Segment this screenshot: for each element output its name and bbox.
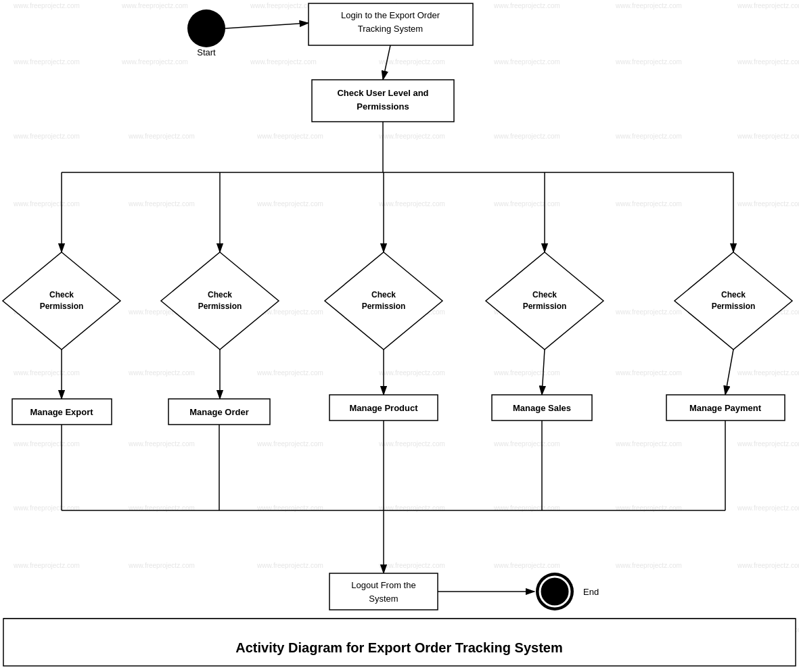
- diamond5: [675, 252, 792, 350]
- svg-text:www.freeprojectz.com: www.freeprojectz.com: [493, 133, 560, 140]
- svg-text:www.freeprojectz.com: www.freeprojectz.com: [256, 369, 323, 377]
- diagram-title: Activity Diagram for Export Order Tracki…: [235, 640, 563, 655]
- svg-text:www.freeprojectz.com: www.freeprojectz.com: [737, 2, 799, 9]
- diagram-container: www.freeprojectz.com www.freeprojectz.co…: [0, 0, 799, 672]
- svg-text:www.freeprojectz.com: www.freeprojectz.com: [13, 2, 80, 9]
- svg-text:www.freeprojectz.com: www.freeprojectz.com: [250, 2, 317, 9]
- diamond4-text2: Permission: [523, 302, 567, 311]
- svg-text:www.freeprojectz.com: www.freeprojectz.com: [121, 58, 188, 66]
- svg-text:www.freeprojectz.com: www.freeprojectz.com: [128, 200, 195, 208]
- svg-text:www.freeprojectz.com: www.freeprojectz.com: [737, 562, 799, 569]
- check-level-text1: Check User Level and: [337, 88, 428, 98]
- login-text-line2: Tracking System: [358, 24, 423, 34]
- svg-text:www.freeprojectz.com: www.freeprojectz.com: [737, 369, 799, 377]
- manage-sales-text: Manage Sales: [513, 403, 571, 413]
- check-level-text2: Permissions: [357, 101, 409, 112]
- logout-text1: Logout From the: [351, 580, 415, 590]
- svg-text:www.freeprojectz.com: www.freeprojectz.com: [615, 200, 682, 208]
- svg-text:www.freeprojectz.com: www.freeprojectz.com: [737, 200, 799, 208]
- svg-text:www.freeprojectz.com: www.freeprojectz.com: [378, 440, 445, 448]
- manage-payment-text: Manage Payment: [689, 403, 762, 413]
- svg-text:www.freeprojectz.com: www.freeprojectz.com: [128, 440, 195, 448]
- logout-box: [329, 573, 438, 610]
- svg-text:www.freeprojectz.com: www.freeprojectz.com: [378, 58, 445, 66]
- svg-text:www.freeprojectz.com: www.freeprojectz.com: [256, 440, 323, 448]
- svg-text:www.freeprojectz.com: www.freeprojectz.com: [493, 369, 560, 377]
- manage-product-text: Manage Product: [349, 403, 418, 413]
- diamond4: [486, 252, 603, 350]
- svg-text:www.freeprojectz.com: www.freeprojectz.com: [737, 440, 799, 448]
- svg-text:www.freeprojectz.com: www.freeprojectz.com: [13, 369, 80, 377]
- diamond3-text1: Check: [371, 290, 396, 299]
- svg-text:www.freeprojectz.com: www.freeprojectz.com: [378, 562, 445, 569]
- diamond2-text2: Permission: [198, 302, 242, 311]
- svg-text:www.freeprojectz.com: www.freeprojectz.com: [737, 504, 799, 512]
- svg-text:www.freeprojectz.com: www.freeprojectz.com: [737, 133, 799, 140]
- svg-text:www.freeprojectz.com: www.freeprojectz.com: [128, 133, 195, 140]
- end-node-inner: [540, 577, 570, 606]
- svg-text:www.freeprojectz.com: www.freeprojectz.com: [615, 133, 682, 140]
- svg-text:www.freeprojectz.com: www.freeprojectz.com: [256, 562, 323, 569]
- svg-text:www.freeprojectz.com: www.freeprojectz.com: [378, 369, 445, 377]
- svg-text:www.freeprojectz.com: www.freeprojectz.com: [13, 562, 80, 569]
- manage-order-text: Manage Order: [189, 407, 248, 417]
- diamond2-text1: Check: [208, 290, 232, 299]
- diamond3: [325, 252, 442, 350]
- svg-text:www.freeprojectz.com: www.freeprojectz.com: [13, 133, 80, 140]
- svg-text:www.freeprojectz.com: www.freeprojectz.com: [615, 369, 682, 377]
- start-label: Start: [197, 47, 216, 57]
- svg-text:www.freeprojectz.com: www.freeprojectz.com: [493, 440, 560, 448]
- svg-text:www.freeprojectz.com: www.freeprojectz.com: [128, 562, 195, 569]
- diamond1-text1: Check: [49, 290, 74, 299]
- svg-text:www.freeprojectz.com: www.freeprojectz.com: [121, 2, 188, 9]
- svg-text:www.freeprojectz.com: www.freeprojectz.com: [13, 58, 80, 66]
- svg-text:www.freeprojectz.com: www.freeprojectz.com: [615, 440, 682, 448]
- diamond5-text2: Permission: [712, 302, 756, 311]
- svg-text:www.freeprojectz.com: www.freeprojectz.com: [493, 2, 560, 9]
- svg-text:www.freeprojectz.com: www.freeprojectz.com: [493, 58, 560, 66]
- diamond4-text1: Check: [532, 290, 557, 299]
- svg-text:www.freeprojectz.com: www.freeprojectz.com: [615, 2, 682, 9]
- diamond3-text2: Permission: [362, 302, 406, 311]
- svg-text:www.freeprojectz.com: www.freeprojectz.com: [128, 369, 195, 377]
- manage-export-text: Manage Export: [30, 407, 93, 417]
- svg-text:www.freeprojectz.com: www.freeprojectz.com: [615, 58, 682, 66]
- svg-text:www.freeprojectz.com: www.freeprojectz.com: [737, 58, 799, 66]
- check-level-box: [312, 80, 454, 122]
- arrow-start-login: [225, 23, 309, 28]
- svg-text:www.freeprojectz.com: www.freeprojectz.com: [615, 308, 682, 316]
- svg-text:www.freeprojectz.com: www.freeprojectz.com: [615, 562, 682, 569]
- diamond1: [3, 252, 120, 350]
- login-text-line1: Login to the Export Order: [341, 10, 440, 20]
- svg-text:www.freeprojectz.com: www.freeprojectz.com: [256, 200, 323, 208]
- svg-text:www.freeprojectz.com: www.freeprojectz.com: [378, 133, 445, 140]
- svg-text:www.freeprojectz.com: www.freeprojectz.com: [256, 133, 323, 140]
- svg-text:www.freeprojectz.com: www.freeprojectz.com: [493, 562, 560, 569]
- diamond5-text1: Check: [721, 290, 746, 299]
- svg-text:www.freeprojectz.com: www.freeprojectz.com: [13, 200, 80, 208]
- end-label: End: [583, 587, 599, 597]
- svg-text:www.freeprojectz.com: www.freeprojectz.com: [13, 440, 80, 448]
- start-node: [187, 9, 225, 47]
- activity-diagram: www.freeprojectz.com www.freeprojectz.co…: [0, 0, 799, 672]
- diamond1-text2: Permission: [40, 302, 84, 311]
- arrow-d5-payment: [725, 350, 733, 395]
- svg-text:www.freeprojectz.com: www.freeprojectz.com: [378, 200, 445, 208]
- logout-text2: System: [369, 594, 398, 604]
- svg-text:www.freeprojectz.com: www.freeprojectz.com: [250, 58, 317, 66]
- svg-text:www.freeprojectz.com: www.freeprojectz.com: [493, 200, 560, 208]
- diamond2: [161, 252, 279, 350]
